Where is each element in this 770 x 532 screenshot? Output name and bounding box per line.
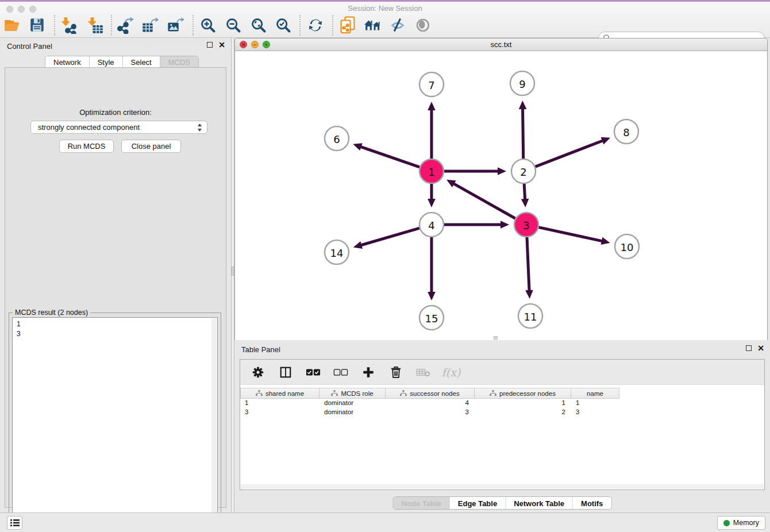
delete-table-icon: [416, 367, 431, 377]
control-panel-close-icon[interactable]: ✕: [218, 41, 225, 48]
export-table-button[interactable]: [139, 14, 161, 36]
control-panel-float-icon[interactable]: [207, 42, 213, 48]
import-table-button[interactable]: [84, 14, 106, 36]
add-column-button[interactable]: [361, 365, 376, 380]
graph-edge-3-11[interactable]: [527, 237, 529, 291]
tab-select[interactable]: Select: [123, 56, 160, 68]
column-label: successor nodes: [410, 390, 459, 397]
optimization-criterion-select[interactable]: strongly connected component: [30, 121, 207, 134]
graph-edge-arrowhead: [428, 292, 436, 300]
column-tree-icon: [256, 390, 263, 396]
tab-style[interactable]: Style: [90, 56, 123, 68]
tab-node-table[interactable]: Node Table: [394, 497, 450, 509]
table-row[interactable]: 3 dominator 3 2 3: [240, 408, 764, 417]
splitter-grip[interactable]: [232, 267, 234, 276]
mcds-result-scrollbar[interactable]: [211, 318, 217, 526]
table-panel: Table Panel ✕: [234, 341, 770, 512]
clone-network-icon: [339, 16, 356, 34]
refresh-layout-icon: [307, 17, 324, 33]
graph-node-label: 6: [333, 133, 340, 145]
delete-table-button[interactable]: [416, 365, 431, 380]
horizontal-split-grip[interactable]: [494, 336, 498, 340]
graph-edge-2-3[interactable]: [524, 184, 525, 200]
cell-shared-name[interactable]: 1: [240, 399, 319, 408]
network-canvas[interactable]: 7968124314101511: [235, 51, 767, 340]
mcds-result-line: 3: [17, 329, 217, 339]
network-maximize-icon[interactable]: +: [263, 41, 270, 48]
network-close-icon[interactable]: ✕: [240, 41, 247, 48]
function-builder-button[interactable]: f(x): [444, 365, 459, 380]
column-header-mcds-role[interactable]: MCDS role: [319, 388, 386, 399]
network-minimize-icon[interactable]: −: [251, 41, 259, 48]
apply-layout-button[interactable]: [305, 14, 326, 36]
cell-predecessor-nodes[interactable]: 1: [475, 399, 571, 408]
cell-successor-nodes[interactable]: 3: [386, 408, 475, 417]
graph-edge-4-14[interactable]: [360, 228, 419, 245]
import-network-button[interactable]: [57, 14, 79, 36]
zoom-fit-button[interactable]: [248, 14, 270, 36]
save-session-button[interactable]: [26, 14, 48, 36]
run-mcds-button[interactable]: Run MCDS: [59, 140, 114, 153]
graph-node-label: 4: [428, 219, 434, 232]
graph-node-label: 15: [425, 313, 438, 325]
graph-edge-3-1[interactable]: [453, 183, 515, 218]
graph-node-label: 8: [623, 126, 629, 138]
zoom-out-button[interactable]: [222, 14, 244, 36]
tab-motifs[interactable]: Motifs: [573, 497, 611, 509]
graph-edge-2-8[interactable]: [536, 140, 603, 167]
cell-name[interactable]: 3: [571, 408, 619, 417]
tab-network[interactable]: Network: [45, 56, 90, 68]
table-panel-close-icon[interactable]: ✕: [757, 345, 764, 352]
export-network-button[interactable]: [114, 14, 136, 36]
table-horizontal-scrollbar[interactable]: [241, 484, 764, 489]
export-network-icon: [117, 17, 134, 34]
cell-successor-nodes[interactable]: 4: [386, 399, 475, 408]
table-settings-button[interactable]: [251, 365, 265, 380]
network-graph: 7968124314101511: [235, 51, 767, 340]
zoom-selected-button[interactable]: [272, 14, 294, 36]
column-label: shared name: [265, 390, 304, 397]
cell-name[interactable]: 1: [571, 399, 619, 408]
delete-column-button[interactable]: [388, 365, 403, 380]
show-columns-button[interactable]: [278, 365, 293, 380]
zoom-in-button[interactable]: [197, 14, 219, 36]
memory-label: Memory: [733, 519, 759, 527]
mcds-result-group: MCDS result (2 nodes) 1 3: [9, 313, 221, 531]
tab-mcds[interactable]: MCDS: [160, 56, 198, 68]
task-history-button[interactable]: [7, 516, 22, 530]
column-header-predecessor-nodes[interactable]: predecessor nodes: [475, 388, 571, 399]
first-neighbors-button[interactable]: [362, 14, 384, 36]
export-image-button[interactable]: [164, 14, 186, 36]
cell-predecessor-nodes[interactable]: 2: [475, 408, 571, 417]
main-toolbar: [0, 13, 770, 38]
table-row[interactable]: 1 dominator 4 1 1: [240, 399, 764, 408]
close-panel-button[interactable]: Close panel: [121, 140, 181, 153]
column-header-name[interactable]: name: [571, 388, 619, 399]
graph-edge-1-6[interactable]: [360, 147, 420, 167]
import-table-icon: [86, 17, 103, 34]
toolbar-separator: [299, 15, 301, 36]
graph-edge-2-9[interactable]: [523, 108, 523, 159]
toolbar-separator: [192, 15, 194, 36]
show-all-button[interactable]: [412, 14, 434, 36]
tab-edge-table[interactable]: Edge Table: [450, 497, 506, 509]
network-title: scc.txt: [235, 38, 767, 49]
clone-network-button[interactable]: [337, 14, 359, 36]
tab-network-table[interactable]: Network Table: [506, 497, 573, 509]
column-header-shared-name[interactable]: shared name: [240, 388, 319, 399]
column-tree-icon: [490, 390, 496, 396]
deselect-all-columns-button[interactable]: [333, 365, 348, 380]
table-panel-float-icon[interactable]: [746, 345, 752, 351]
open-file-button[interactable]: [2, 14, 24, 36]
column-header-successor-nodes[interactable]: successor nodes: [386, 388, 475, 399]
cell-mcds-role[interactable]: dominator: [319, 399, 386, 408]
cell-mcds-role[interactable]: dominator: [319, 408, 386, 417]
memory-button[interactable]: Memory: [717, 516, 765, 530]
mcds-result-textarea[interactable]: 1 3: [12, 317, 218, 527]
hide-selected-button[interactable]: [387, 14, 409, 36]
select-all-columns-button[interactable]: [306, 365, 321, 380]
cell-shared-name[interactable]: 3: [240, 408, 319, 417]
graph-edge-3-10[interactable]: [538, 228, 602, 241]
toolbar-separator: [111, 15, 112, 36]
table-header-row: shared name MCDS role successor nodes pr…: [240, 388, 764, 399]
